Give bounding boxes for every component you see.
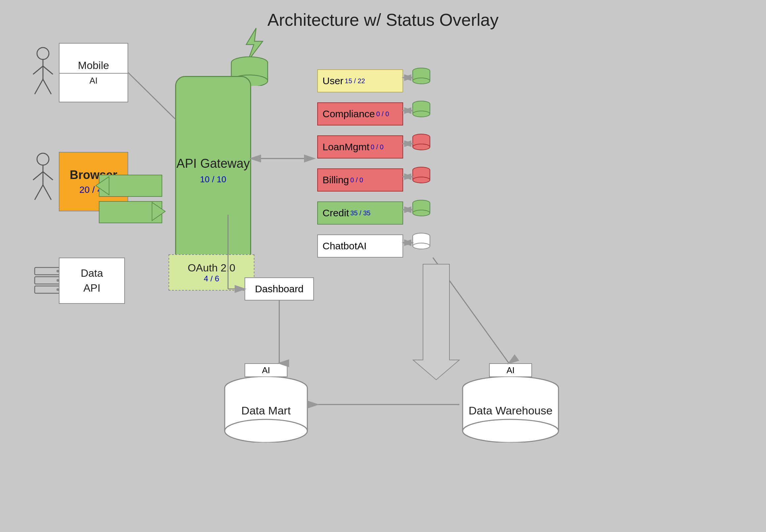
data-warehouse-cylinder: Data Warehouse: [459, 376, 562, 444]
service-chatbotai: ChatbotAI: [317, 234, 403, 258]
person-mobile: [26, 46, 59, 99]
data-mart-ai-text: AI: [262, 365, 270, 375]
svg-line-84: [433, 258, 509, 363]
svg-line-8: [33, 66, 43, 74]
service-billing-label: Billing: [322, 174, 349, 186]
svg-point-62: [463, 419, 559, 443]
svg-point-41: [413, 177, 430, 183]
svg-point-46: [413, 210, 430, 216]
browser-box: Browser 20 / 45: [59, 152, 128, 211]
oauth-stats: 4 / 6: [204, 274, 219, 283]
svg-point-31: [413, 111, 430, 117]
svg-line-9: [43, 66, 53, 74]
service-loanmgmt: LoanMgmt 0 / 0: [317, 135, 403, 159]
browser-label: Browser: [70, 168, 117, 182]
svg-point-26: [413, 78, 430, 84]
svg-text:Data Warehouse: Data Warehouse: [469, 404, 553, 417]
loanmgmt-cylinder: [412, 134, 431, 153]
browser-stats: 20 / 45: [79, 185, 108, 195]
data-api-box: DataAPI: [59, 258, 125, 304]
svg-point-6: [37, 48, 49, 59]
svg-marker-76: [152, 202, 165, 221]
svg-line-72: [128, 73, 175, 119]
dashboard-box: Dashboard: [244, 277, 314, 301]
service-credit-label: Credit: [322, 207, 349, 219]
data-api-label: DataAPI: [81, 266, 103, 296]
compliance-cylinder: [412, 101, 431, 120]
service-user-label: User: [322, 75, 343, 87]
svg-text:Data Mart: Data Mart: [241, 404, 291, 417]
svg-line-15: [43, 172, 53, 180]
credit-cylinder: [412, 200, 431, 219]
svg-point-56: [225, 419, 307, 443]
mobile-ai-label: AI: [59, 73, 128, 86]
oauth-label: OAuth 2.0: [188, 262, 235, 274]
api-gateway-label: API Gateway: [176, 156, 250, 172]
chatbotai-cylinder: [412, 233, 431, 252]
data-warehouse-ai-label: AI: [489, 363, 532, 377]
svg-point-36: [413, 144, 430, 150]
service-credit-stats: 35 / 35: [350, 209, 370, 217]
service-user: User 15 / 22: [317, 69, 403, 92]
user-cylinder: [412, 68, 431, 87]
svg-line-16: [35, 185, 43, 200]
data-warehouse-ai-text: AI: [507, 365, 515, 375]
service-user-stats: 15 / 22: [345, 77, 365, 85]
service-compliance-label: Compliance: [322, 108, 375, 120]
service-billing-stats: 0 / 0: [350, 176, 363, 184]
service-chatbotai-label: ChatbotAI: [322, 240, 366, 252]
svg-line-10: [35, 79, 43, 94]
service-credit: Credit 35 / 35: [317, 201, 403, 225]
svg-marker-89: [413, 264, 459, 380]
person-browser: [26, 152, 59, 205]
mobile-box: Mobile AI: [59, 43, 128, 102]
svg-point-12: [37, 153, 49, 165]
page-title: Architecture w/ Status Overlay: [267, 10, 498, 30]
svg-line-14: [33, 172, 43, 180]
oauth-box: OAuth 2.0 4 / 6: [168, 254, 254, 291]
dashboard-label: Dashboard: [255, 283, 304, 295]
mobile-label: Mobile: [78, 59, 109, 72]
svg-line-11: [43, 79, 51, 94]
service-compliance-stats: 0 / 0: [376, 110, 389, 118]
service-compliance: Compliance 0 / 0: [317, 102, 403, 125]
svg-point-51: [413, 243, 430, 249]
service-loanmgmt-label: LoanMgmt: [322, 141, 369, 153]
service-loanmgmt-stats: 0 / 0: [371, 143, 384, 151]
billing-cylinder: [412, 167, 431, 186]
svg-line-17: [43, 185, 51, 200]
api-gateway-stats: 10 / 10: [200, 174, 226, 185]
data-mart-cylinder: Data Mart: [221, 376, 310, 444]
service-billing: Billing 0 / 0: [317, 168, 403, 192]
data-mart-ai-label: AI: [244, 363, 287, 377]
api-gateway: API Gateway 10 / 10: [175, 76, 251, 264]
